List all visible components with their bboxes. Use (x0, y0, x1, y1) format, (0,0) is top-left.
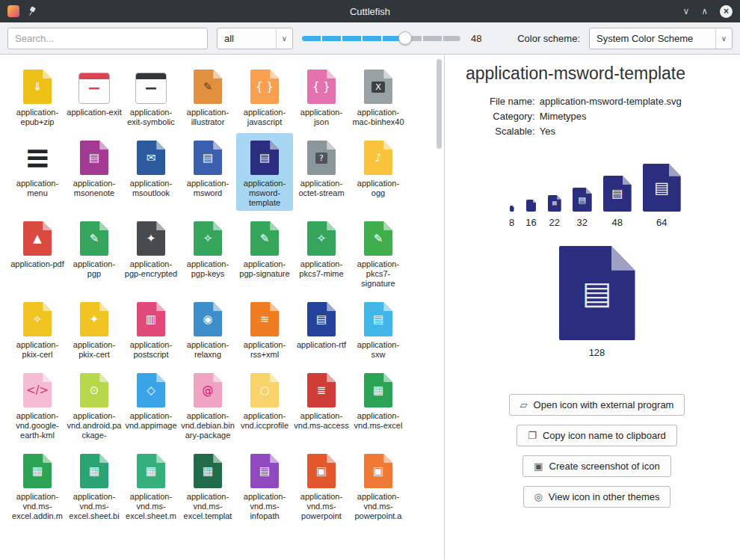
file-glyph: </> (26, 385, 49, 396)
icon-label: application-vnd.google-earth-kml (10, 411, 65, 440)
icon-grid-item[interactable]: ▤ application-msword-template (236, 133, 293, 211)
view-themes-button[interactable]: ◎ View icon in other themes (523, 486, 671, 508)
icon-grid-item[interactable]: { } application-json (293, 62, 350, 130)
size-preview-item: 16 (525, 200, 536, 228)
icon-grid-item[interactable]: − application-exit-symbolic (123, 62, 179, 130)
icon-grid-item[interactable]: ▦ application-vnd.ms-excel.addin.m (9, 446, 66, 524)
icon-grid-item[interactable]: ▤ application-msword (179, 133, 236, 211)
detail-fields: File name: application-msword-template.s… (490, 96, 728, 137)
file-type-icon: ▤ (250, 141, 279, 175)
category-filter-dropdown[interactable]: all ∨ (217, 28, 293, 49)
file-glyph: ✦ (90, 314, 99, 325)
icon-grid-item[interactable]: ▤ application-msonenote (66, 133, 123, 211)
file-type-icon: ▤ (250, 454, 279, 488)
icon-grid-item[interactable]: ◉ application-relaxng (179, 295, 236, 363)
icon-grid-item[interactable]: ✦ application-pkix-cert (66, 295, 123, 363)
slider-handle[interactable] (398, 31, 412, 45)
icon-grid-item[interactable]: ▲ application-pdf (9, 214, 66, 292)
app-icon (7, 5, 19, 17)
chevron-down-button[interactable]: ∨ (682, 7, 689, 16)
screenshot-button[interactable]: ▣ Create screenshot of icon (522, 455, 670, 477)
pin-icon[interactable] (25, 4, 38, 17)
close-button[interactable]: × (720, 5, 733, 18)
icon-grid-item[interactable]: @ application-vnd.debian.binary-package (179, 366, 236, 443)
size-preview-item: ▤ 64 (643, 164, 681, 228)
icon-label: application-postscript (123, 340, 179, 360)
icon-grid-item[interactable]: ▦ application-vnd.ms-excel.sheet.bi (66, 446, 123, 524)
icon-grid-item[interactable]: ▤ application-sxw (350, 295, 407, 363)
scrollbar[interactable] (437, 59, 442, 149)
icon-grid-item[interactable]: ▦ application-vnd.ms-excel.sheet.m (123, 446, 179, 524)
action-buttons: ▱ Open icon with external program ❐ Copy… (466, 394, 728, 508)
size-previews: 8 16 ▤ 22 ▤ 32 ▤ 48 ▤ 64 (509, 164, 728, 228)
file-glyph: ○ (259, 385, 269, 396)
icon-grid-item[interactable]: ♪ application-ogg (350, 133, 407, 211)
icon-grid-item[interactable]: </> application-vnd.google-earth-kml (9, 366, 66, 443)
icon-grid-item[interactable]: X application-mac-binhex40 (350, 62, 407, 130)
file-type-icon: ✉ (137, 141, 165, 175)
copy-name-button[interactable]: ❐ Copy icon name to clipboard (517, 425, 676, 446)
icon-grid-item[interactable]: ✎ application-illustrator (179, 62, 236, 130)
color-scheme-dropdown[interactable]: System Color Scheme ∨ (589, 28, 733, 49)
icon-grid-item[interactable]: ▣ application-vnd.ms-powerpoint (293, 446, 350, 524)
icon-label: application-vnd.debian.binary-package (180, 411, 235, 440)
icon-grid-item[interactable]: ✦ application-pgp-encrypted (123, 214, 179, 292)
icon-grid-item[interactable]: ◇ application-vnd.appimage (123, 366, 179, 443)
size-preview-icon: ▤ (603, 176, 632, 212)
icon-label: application-msword-template (237, 179, 292, 208)
icon-grid-item[interactable]: ▦ application-vnd.ms-excel.templat (179, 446, 236, 524)
icon-grid-item[interactable]: ≣ application-vnd.ms-access (293, 366, 350, 443)
file-type-icon: ▥ (137, 302, 165, 336)
chevron-up-button[interactable]: ∧ (701, 7, 708, 16)
icon-grid-item[interactable]: ✉ application-msoutlook (123, 133, 179, 211)
file-glyph: ▤ (259, 153, 270, 164)
open-external-button[interactable]: ▱ Open icon with external program (509, 394, 685, 416)
file-type-icon: ▦ (80, 454, 108, 488)
file-glyph: ✎ (374, 233, 383, 244)
size-preview-label: 48 (611, 217, 622, 228)
icon-grid-item[interactable]: ? application-octet-stream (293, 133, 350, 211)
file-type-icon: ▦ (137, 454, 165, 488)
search-input[interactable] (7, 28, 208, 49)
icon-label: application-relaxng (180, 340, 235, 360)
icon-grid-item[interactable]: ○ application-vnd.iccprofile (236, 366, 293, 443)
file-type-icon: </> (23, 373, 52, 407)
file-glyph: ≡ (24, 142, 50, 173)
file-glyph: { } (256, 81, 274, 93)
file-type-icon: ▦ (194, 454, 222, 488)
file-glyph: { } (312, 81, 330, 93)
icon-grid-item[interactable]: ▦ application-vnd.ms-excel (350, 366, 407, 443)
icon-grid-item[interactable]: ▤ application-rtf (293, 295, 350, 363)
icon-grid-item[interactable]: − application-exit (66, 62, 123, 130)
icon-grid-item[interactable]: ▤ application-vnd.ms-infopath (236, 446, 293, 524)
icon-grid-item[interactable]: ✎ application-pgp (66, 214, 123, 292)
icon-grid-item[interactable]: ≋ application-rss+xml (236, 295, 293, 363)
icon-grid-item[interactable]: ✧ application-pgp-keys (179, 214, 236, 292)
file-type-icon: { } (307, 70, 336, 104)
icon-label: application-sxw (351, 340, 406, 360)
icon-label: application-pkix-cerl (10, 340, 65, 360)
file-type-icon: ⇓ (23, 70, 52, 104)
size-preview-label: 22 (549, 217, 559, 228)
icon-grid: ⇓ application-epub+zip − application-exi… (0, 55, 444, 527)
file-glyph: ◉ (203, 314, 212, 325)
size-slider[interactable] (302, 31, 460, 46)
file-type-icon: ✎ (364, 221, 392, 256)
icon-label: application-vnd.ms-powerpoint.a (351, 492, 406, 521)
icon-grid-item[interactable]: ≡ application-menu (9, 133, 66, 211)
icon-label: application-menu (10, 179, 65, 198)
slider-track[interactable] (302, 36, 460, 41)
icon-grid-item[interactable]: ▥ application-postscript (123, 295, 179, 363)
icon-label: application-vnd.ms-excel.templat (180, 492, 235, 521)
file-glyph: ✧ (203, 233, 213, 244)
icon-grid-item[interactable]: { } application-javascript (236, 62, 293, 130)
icon-grid-item[interactable]: ✧ application-pkix-cerl (9, 295, 66, 363)
icon-grid-item[interactable]: ✧ application-pkcs7-mime (293, 214, 350, 292)
file-glyph: ≋ (260, 314, 270, 325)
icon-grid-item[interactable]: ⊙ application-vnd.android.package- (66, 366, 123, 443)
file-type-icon: − (78, 73, 110, 104)
icon-grid-item[interactable]: ▣ application-vnd.ms-powerpoint.a (350, 446, 407, 524)
icon-grid-item[interactable]: ✎ application-pkcs7-signature (350, 214, 407, 292)
icon-grid-item[interactable]: ✎ application-pgp-signature (236, 214, 293, 292)
icon-grid-item[interactable]: ⇓ application-epub+zip (9, 62, 66, 130)
